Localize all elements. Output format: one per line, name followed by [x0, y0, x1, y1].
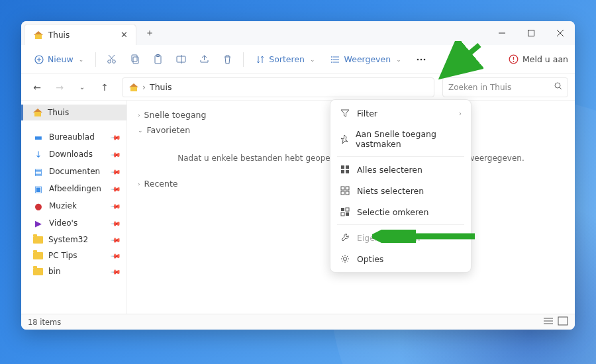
menu-item-select-all[interactable]: Alles selecteren [333, 159, 468, 180]
thumbnails-view-button[interactable] [558, 316, 568, 328]
svg-point-7 [108, 60, 111, 64]
status-item-count: 18 items [28, 318, 61, 327]
rename-button[interactable] [171, 50, 191, 68]
svg-rect-39 [341, 187, 344, 190]
copy-button[interactable] [124, 50, 145, 68]
sidebar-item-home[interactable]: Thuis [21, 105, 126, 120]
svg-point-20 [331, 56, 332, 58]
view-icon [331, 55, 340, 64]
sidebar-item-videos[interactable]: ▶ Video's 📌 [21, 214, 126, 232]
svg-line-49 [446, 45, 479, 73]
sidebar-item-music[interactable]: ● Muziek 📌 [21, 197, 126, 214]
thumbnails-view-icon [558, 316, 568, 326]
pin-icon: 📌 [111, 166, 121, 177]
music-icon: ● [33, 201, 44, 211]
sign-in-button[interactable]: Meld u aan [509, 54, 568, 64]
view-label: Weergeven [344, 54, 391, 64]
rename-icon [176, 54, 186, 64]
share-icon [199, 54, 209, 64]
paste-button[interactable] [148, 50, 168, 68]
home-icon [129, 83, 138, 91]
breadcrumb-separator-icon: › [142, 82, 146, 92]
sidebar-item-bin[interactable]: bin 📌 [21, 263, 126, 279]
maximize-button[interactable] [517, 21, 546, 45]
svg-rect-36 [346, 165, 349, 169]
svg-point-8 [113, 60, 116, 64]
folder-icon [33, 252, 43, 259]
new-tab-button[interactable]: ＋ [140, 24, 159, 42]
new-label: Nieuw [48, 54, 74, 64]
menu-item-select-none[interactable]: Niets selecteren [333, 180, 468, 201]
pictures-icon: ▣ [33, 183, 44, 194]
recent-locations-button[interactable]: ⌄ [73, 78, 91, 97]
invert-selection-icon [340, 206, 350, 217]
svg-rect-46 [346, 212, 349, 216]
back-button[interactable]: ← [28, 78, 46, 97]
menu-item-invert-selection[interactable]: Selectie omkeren [333, 201, 468, 222]
menu-item-pin-quick-access[interactable]: Aan Snelle toegang vastmaken [333, 124, 468, 154]
svg-rect-41 [341, 191, 344, 195]
sidebar-item-documents[interactable]: ▤ Documenten 📌 [21, 163, 126, 180]
explorer-window: Thuis ✕ ＋ Nieuw ⌄ [21, 21, 575, 330]
paste-icon [153, 54, 163, 64]
more-icon [416, 55, 426, 64]
navigation-pane: Thuis ▬ Bureaublad 📌 ↓ Downloads 📌 ▤ Doc… [21, 101, 127, 314]
download-icon: ↓ [33, 149, 44, 159]
toolbar: Nieuw ⌄ Sorteren ⌄ Weergeven ⌄ Meld u aa… [21, 45, 575, 74]
folder-icon [33, 236, 43, 244]
content-body: Thuis ▬ Bureaublad 📌 ↓ Downloads 📌 ▤ Doc… [21, 101, 575, 314]
tab-close-button[interactable]: ✕ [121, 30, 128, 40]
minimize-button[interactable] [487, 21, 517, 45]
sidebar-label: Documenten [49, 167, 100, 176]
sort-button[interactable]: Sorteren ⌄ [249, 50, 321, 68]
annotation-arrow-options [372, 230, 478, 243]
details-view-button[interactable] [543, 316, 554, 328]
select-all-icon [340, 164, 350, 175]
copy-icon [130, 54, 140, 64]
share-button[interactable] [194, 50, 215, 68]
cut-button[interactable] [101, 50, 122, 68]
svg-rect-37 [341, 170, 344, 173]
chevron-right-icon: › [138, 181, 140, 187]
plus-circle-icon [34, 55, 44, 64]
svg-rect-40 [346, 187, 349, 190]
view-button[interactable]: Weergeven ⌄ [324, 50, 408, 68]
sidebar-item-system32[interactable]: System32 📌 [21, 232, 126, 248]
pin-icon: 📌 [111, 218, 121, 228]
menu-separator [337, 156, 464, 157]
menu-item-options[interactable]: Opties [333, 248, 468, 269]
home-icon [33, 109, 42, 116]
folder-icon [33, 268, 43, 275]
sidebar-item-desktop[interactable]: ▬ Bureaublad 📌 [21, 128, 126, 146]
breadcrumb[interactable]: › Thuis [122, 77, 434, 97]
chevron-down-icon: ⌄ [138, 127, 143, 134]
toolbar-separator [95, 52, 96, 67]
forward-button[interactable]: → [50, 78, 69, 97]
gear-icon [340, 253, 350, 264]
document-icon: ▤ [33, 166, 44, 177]
menu-separator [337, 224, 464, 225]
svg-rect-11 [132, 55, 137, 62]
menu-label: Filter [357, 109, 377, 118]
search-icon [554, 82, 562, 92]
up-button[interactable]: ↑ [95, 78, 114, 97]
sidebar-item-pictures[interactable]: ▣ Afbeeldingen 📌 [21, 180, 126, 197]
sidebar-item-pctips[interactable]: PC Tips 📌 [21, 248, 126, 263]
toolbar-separator [243, 52, 244, 67]
new-button[interactable]: Nieuw ⌄ [28, 50, 90, 68]
close-button[interactable] [546, 21, 575, 45]
sign-in-label: Meld u aan [522, 54, 568, 64]
sidebar-item-downloads[interactable]: ↓ Downloads 📌 [21, 146, 126, 163]
more-button[interactable] [411, 51, 432, 68]
pin-icon: 📌 [111, 149, 121, 159]
maximize-icon [528, 30, 534, 36]
close-icon [557, 30, 564, 36]
alert-circle-icon [509, 54, 519, 64]
delete-button[interactable] [217, 50, 238, 68]
group-label: Snelle toegang [144, 110, 207, 120]
pin-icon: 📌 [111, 201, 121, 211]
menu-item-filter[interactable]: Filter › [333, 103, 468, 124]
sidebar-label: PC Tips [48, 251, 77, 260]
wrench-icon [340, 232, 350, 243]
window-tab[interactable]: Thuis ✕ [24, 24, 136, 45]
